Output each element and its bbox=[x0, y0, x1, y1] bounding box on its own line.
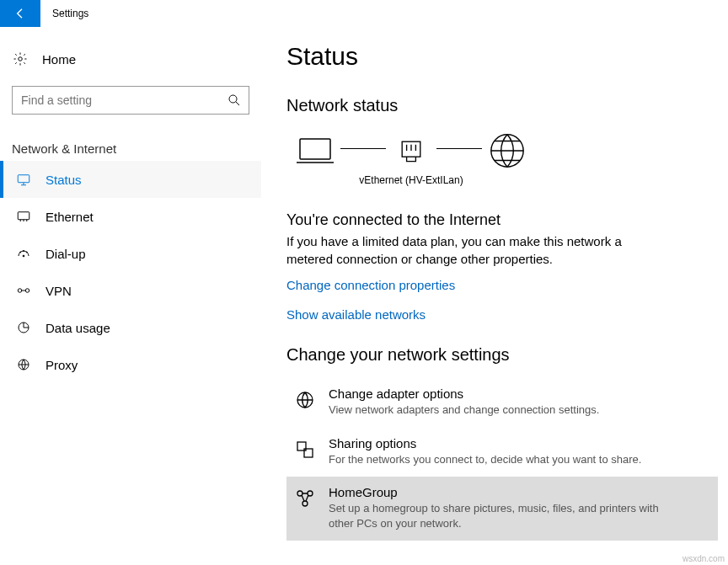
network-diagram bbox=[293, 131, 718, 171]
vpn-icon bbox=[15, 282, 32, 299]
svg-point-10 bbox=[26, 252, 27, 253]
page-title: Status bbox=[286, 42, 718, 71]
search-icon bbox=[226, 92, 243, 109]
search-input[interactable] bbox=[12, 86, 249, 115]
svg-rect-6 bbox=[18, 212, 29, 220]
sidebar-item-label: Dial-up bbox=[46, 247, 86, 261]
homegroup-icon bbox=[293, 487, 317, 510]
status-icon bbox=[15, 171, 32, 188]
connected-heading: You're connected to the Internet bbox=[286, 211, 718, 229]
svg-point-28 bbox=[302, 501, 308, 506]
network-status-heading: Network status bbox=[286, 96, 718, 115]
option-sharing[interactable]: Sharing options For the networks you con… bbox=[286, 428, 718, 477]
ethernet-icon bbox=[15, 208, 32, 225]
sidebar: Home Network & Internet Status Ethernet … bbox=[0, 27, 261, 565]
adapter-label: vEthernet (HV-ExtILan) bbox=[293, 174, 529, 186]
main-panel: Status Network status vEthernet (HV-ExtI… bbox=[261, 27, 728, 565]
svg-point-12 bbox=[25, 289, 29, 293]
svg-point-0 bbox=[19, 57, 23, 61]
back-button[interactable] bbox=[0, 0, 40, 27]
svg-rect-3 bbox=[18, 175, 29, 183]
svg-point-8 bbox=[20, 252, 21, 253]
sidebar-item-proxy[interactable]: Proxy bbox=[0, 346, 261, 383]
show-available-networks-link[interactable]: Show available networks bbox=[286, 307, 718, 322]
svg-point-1 bbox=[229, 95, 237, 103]
sidebar-item-vpn[interactable]: VPN bbox=[0, 272, 261, 309]
change-settings-heading: Change your network settings bbox=[286, 345, 718, 365]
sidebar-item-label: Ethernet bbox=[46, 210, 94, 224]
option-change-adapter[interactable]: Change adapter options View network adap… bbox=[286, 378, 718, 428]
change-connection-properties-link[interactable]: Change connection properties bbox=[286, 278, 718, 292]
svg-point-11 bbox=[18, 289, 22, 293]
sidebar-item-label: Proxy bbox=[46, 358, 78, 372]
option-subtitle: Set up a homegroup to share pictures, mu… bbox=[329, 501, 682, 530]
change-network-settings-section: Change your network settings Change adap… bbox=[286, 345, 718, 541]
home-label: Home bbox=[42, 52, 76, 67]
option-title: Sharing options bbox=[329, 436, 641, 450]
sidebar-item-label: Data usage bbox=[46, 321, 110, 335]
adapter-options-icon bbox=[293, 388, 317, 412]
gear-icon bbox=[12, 51, 29, 67]
svg-rect-16 bbox=[300, 139, 330, 159]
search-wrap bbox=[12, 86, 249, 115]
sidebar-item-label: Status bbox=[46, 173, 82, 187]
connected-description: If you have a limited data plan, you can… bbox=[286, 232, 657, 268]
content-container: Home Network & Internet Status Ethernet … bbox=[0, 27, 728, 565]
sharing-icon bbox=[293, 438, 317, 461]
window-title: Settings bbox=[52, 8, 88, 19]
option-title: Change adapter options bbox=[329, 386, 599, 401]
sidebar-item-label: VPN bbox=[46, 284, 72, 298]
arrow-left-icon bbox=[13, 7, 27, 20]
option-subtitle: View network adapters and change connect… bbox=[329, 402, 599, 418]
svg-point-7 bbox=[23, 255, 24, 257]
proxy-icon bbox=[15, 356, 32, 373]
svg-point-9 bbox=[23, 250, 24, 251]
adapter-icon bbox=[389, 131, 433, 171]
globe-icon bbox=[485, 131, 529, 171]
sidebar-item-datausage[interactable]: Data usage bbox=[0, 309, 261, 346]
data-usage-icon bbox=[15, 319, 32, 336]
diagram-line bbox=[436, 148, 482, 149]
pc-icon bbox=[293, 131, 337, 171]
option-homegroup[interactable]: HomeGroup Set up a homegroup to share pi… bbox=[286, 477, 718, 541]
home-nav[interactable]: Home bbox=[0, 45, 261, 76]
sidebar-item-status[interactable]: Status bbox=[0, 161, 261, 198]
watermark: wsxdn.com bbox=[682, 554, 725, 563]
sidebar-item-ethernet[interactable]: Ethernet bbox=[0, 198, 261, 235]
diagram-line bbox=[340, 148, 386, 149]
titlebar: Settings bbox=[0, 0, 728, 27]
sidebar-item-dialup[interactable]: Dial-up bbox=[0, 235, 261, 272]
option-subtitle: For the networks you connect to, decide … bbox=[329, 452, 641, 467]
dialup-icon bbox=[15, 245, 32, 262]
svg-line-2 bbox=[236, 102, 239, 105]
option-title: HomeGroup bbox=[329, 485, 682, 499]
sidebar-section-label: Network & Internet bbox=[12, 141, 261, 156]
